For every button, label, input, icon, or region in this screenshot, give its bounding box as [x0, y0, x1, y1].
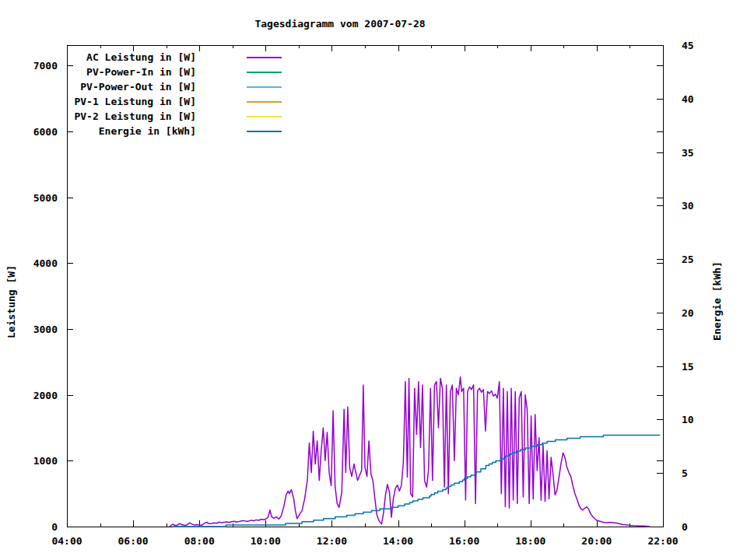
y-tick-label: 7000 — [33, 60, 58, 72]
y-tick-label: 5000 — [33, 192, 58, 204]
y-tick-label: 3000 — [33, 324, 58, 335]
legend-label: PV-Power-In in [W] — [67, 66, 196, 78]
legend-label: PV-1 Leistung in [W] — [67, 96, 196, 107]
y2-tick-label: 5 — [682, 467, 688, 479]
legend-label: PV-2 Leistung in [W] — [67, 110, 196, 122]
y-tick-label: 2000 — [33, 390, 58, 401]
legend-label: PV-Power-Out in [W] — [67, 81, 196, 93]
chart-canvas: Tagesdiagramm vom 2007-07-28 Leistung [W… — [0, 0, 747, 560]
y2-tick-label: 40 — [682, 93, 694, 105]
legend-item: PV-Power-Out in [W] — [67, 79, 300, 94]
y2-tick-label: 20 — [682, 307, 694, 319]
legend-item: Energie in [kWh] — [67, 124, 300, 138]
x-tick-label: 14:00 — [383, 535, 413, 547]
x-tick-label: 16:00 — [449, 535, 479, 547]
x-tick-label: 20:00 — [581, 535, 612, 547]
x-tick-label: 18:00 — [515, 535, 545, 547]
x-tick-label: 12:00 — [317, 535, 347, 547]
y-tick-label: 6000 — [33, 126, 58, 138]
legend-line-sample — [247, 57, 282, 58]
x-tick-label: 08:00 — [184, 535, 215, 547]
legend-line-sample — [247, 86, 282, 88]
legend-line-sample — [247, 131, 282, 132]
legend-line-sample — [247, 72, 282, 73]
y2-tick-label: 15 — [682, 361, 694, 373]
legend-item: PV-Power-In in [W] — [67, 65, 300, 79]
y2-tick-label: 35 — [682, 147, 694, 159]
legend-item: PV-1 Leistung in [W] — [67, 94, 300, 109]
legend-label: Energie in [kWh] — [67, 125, 196, 137]
x-tick-label: 10:00 — [251, 535, 281, 547]
y-tick-label: 1000 — [33, 455, 58, 467]
x-tick-label: 22:00 — [647, 535, 678, 547]
legend: AC Leistung in [W]PV-Power-In in [W]PV-P… — [67, 50, 300, 138]
series-line-energie-in-kwh — [173, 435, 660, 527]
x-tick-label: 06:00 — [118, 535, 149, 547]
legend-item: PV-2 Leistung in [W] — [67, 109, 300, 124]
y-tick-label: 0 — [51, 521, 58, 533]
y2-tick-label: 45 — [682, 40, 694, 51]
legend-label: AC Leistung in [W] — [67, 51, 196, 63]
y2-tick-label: 10 — [682, 414, 694, 425]
x-tick-label: 04:00 — [51, 535, 82, 547]
y2-tick-label: 30 — [682, 200, 694, 212]
y-tick-label: 4000 — [33, 257, 58, 269]
legend-line-sample — [247, 116, 282, 117]
y2-tick-label: 0 — [682, 521, 688, 533]
legend-item: AC Leistung in [W] — [67, 50, 300, 65]
legend-line-sample — [247, 101, 282, 103]
y2-tick-label: 25 — [682, 254, 694, 265]
